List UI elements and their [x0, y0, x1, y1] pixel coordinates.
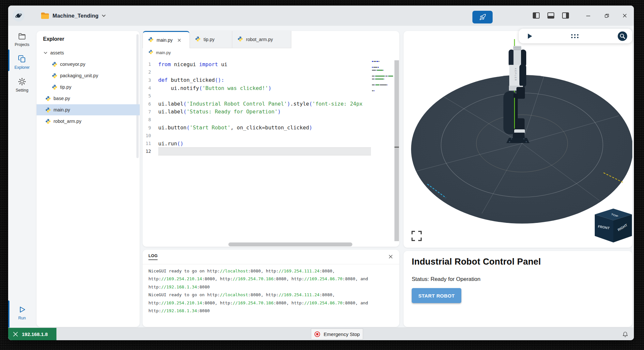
tab-label: tip.py — [204, 37, 214, 42]
code-line-6[interactable]: 6ui.label('Industrial Robot Control Pane… — [143, 100, 371, 108]
stop-circle-icon — [314, 331, 320, 337]
code-editor[interactable]: 1from nicegui import ui23def button_clic… — [143, 60, 371, 155]
log-output[interactable]: NiceGUI ready to go on http://localhost:… — [148, 267, 395, 315]
tree-file-main-selected[interactable]: main.py — [37, 104, 140, 115]
fullscreen-icon[interactable] — [412, 231, 421, 241]
sidebar-item-setting[interactable]: Setting — [8, 78, 36, 93]
tab-main-py[interactable]: main.py — [143, 31, 190, 48]
folder-icon — [41, 12, 49, 19]
tree-label: main.py — [54, 107, 70, 112]
horizontal-scrollbar-thumb[interactable] — [228, 242, 352, 246]
code-line-4[interactable]: 4 ui.notify('Button was clicked!') — [143, 84, 371, 92]
tree-label: packaging_unit.py — [60, 73, 98, 78]
rocket-icon — [479, 14, 486, 21]
log-tab-label[interactable]: LOG — [148, 254, 158, 260]
project-selector[interactable]: Machine_Tending — [41, 6, 106, 26]
line-number: 10 — [143, 133, 158, 138]
sidebar-item-explorer[interactable]: Explorer — [8, 55, 36, 70]
code-line-8[interactable]: 8 — [143, 116, 371, 124]
line-number: 8 — [143, 117, 158, 122]
robot-control-panel: Industrial Robot Control Panel Status: R… — [404, 251, 632, 327]
close-button[interactable] — [621, 11, 629, 20]
breadcrumb[interactable]: main.py — [148, 50, 171, 55]
python-file-icon — [238, 36, 243, 43]
sidebar-item-run[interactable]: Run — [8, 306, 36, 320]
deploy-run-button[interactable] — [472, 11, 493, 23]
toggle-right-panel-icon[interactable] — [562, 12, 569, 19]
log-line: http://192.168.1.34:8080 — [148, 307, 395, 315]
minimize-button[interactable] — [584, 11, 592, 20]
chevron-down-icon — [102, 14, 106, 17]
line-number: 12 — [143, 149, 158, 154]
python-file-icon — [52, 84, 57, 90]
tab-robot-arm-py[interactable]: robot_arm.py — [232, 31, 291, 48]
chevron-down-icon — [42, 51, 48, 54]
code-line-9[interactable]: 9ui.button('Start Robot', on_click=butto… — [143, 124, 371, 131]
editor-panel: main.py tip.py robot_arm.py main.py — [143, 31, 399, 247]
minimap[interactable] — [372, 61, 393, 96]
explorer-title: Explorer — [43, 36, 64, 42]
sidebar-label-run: Run — [8, 316, 36, 320]
line-number: 1 — [143, 62, 158, 67]
code-line-12[interactable]: 12 — [143, 147, 371, 155]
code-text — [158, 68, 371, 76]
python-file-icon — [52, 73, 57, 79]
code-line-2[interactable]: 2 — [143, 68, 371, 76]
tree-file-base[interactable]: base.py — [37, 93, 140, 104]
line-number: 2 — [143, 69, 158, 75]
app-logo-icon[interactable] — [13, 10, 24, 22]
start-robot-button[interactable]: START ROBOT — [412, 288, 461, 303]
python-file-icon — [148, 50, 153, 55]
project-name: Machine_Tending — [53, 13, 99, 19]
code-line-1[interactable]: 1from nicegui import ui — [143, 60, 371, 68]
play-icon[interactable] — [527, 33, 532, 39]
robot-3d-scene[interactable]: KEPLER — [404, 31, 632, 248]
tree-file-conveyor[interactable]: conveyor.py — [37, 59, 140, 70]
viewer-toolbar — [519, 29, 632, 43]
log-line: NiceGUI ready to go on http://localhost:… — [148, 291, 395, 299]
code-line-7[interactable]: 7ui.label('Status: Ready for Operation') — [143, 108, 371, 116]
log-close-button[interactable] — [387, 253, 394, 260]
tree-file-packaging-unit[interactable]: packaging_unit.py — [37, 70, 140, 81]
python-file-icon — [52, 62, 57, 67]
explorer-panel: Explorer assets conveyor.py packaging_un… — [37, 31, 140, 327]
vertical-scrollbar[interactable] — [394, 60, 399, 241]
code-line-10[interactable]: 10 — [143, 132, 371, 139]
dots-grid-icon[interactable] — [571, 34, 579, 39]
tree-file-robot-arm[interactable]: robot_arm.py — [37, 116, 140, 127]
tree-folder-assets[interactable]: assets — [37, 47, 140, 58]
tree-label: assets — [50, 50, 64, 55]
desktop-background: Machine_Tending — [0, 0, 644, 350]
line-number: 11 — [143, 141, 158, 146]
code-text: ui.label('Status: Ready for Operation') — [158, 108, 371, 116]
emergency-stop-button[interactable]: Emergency Stop — [311, 328, 363, 340]
toggle-left-panel-icon[interactable] — [533, 12, 540, 19]
code-line-11[interactable]: 11ui.run() — [143, 139, 371, 147]
search-icon[interactable] — [617, 31, 628, 41]
notifications-bell-icon[interactable] — [621, 330, 629, 339]
code-text — [158, 132, 371, 139]
toggle-bottom-panel-icon[interactable] — [547, 12, 554, 19]
viewer-3d-panel[interactable]: KEPLER — [404, 31, 632, 248]
view-cube[interactable]: TOP FRONT RIGHT — [595, 209, 632, 242]
robot-head-left — [509, 50, 514, 66]
sidebar-label-projects: Projects — [8, 42, 36, 47]
planet-icon — [15, 12, 23, 20]
restore-button[interactable] — [602, 11, 611, 20]
python-file-icon — [45, 107, 51, 113]
code-line-3[interactable]: 3def button_clicked(): — [143, 76, 371, 84]
window-controls — [584, 6, 629, 26]
connection-status[interactable]: 192.168.1.8 — [8, 328, 56, 340]
code-line-5[interactable]: 5 — [143, 92, 371, 100]
log-line: NiceGUI ready to go on http://localhost:… — [148, 267, 395, 275]
tree-file-tip[interactable]: tip.py — [37, 81, 140, 93]
line-number: 9 — [143, 125, 158, 130]
tab-close-icon[interactable] — [177, 38, 181, 42]
app-window: Machine_Tending — [8, 6, 634, 340]
sidebar-label-setting: Setting — [8, 88, 36, 93]
robot-upper-arm-side — [519, 64, 526, 87]
sidebar-item-projects[interactable]: Projects — [8, 33, 36, 47]
scroll-mark — [394, 147, 399, 148]
line-number: 4 — [143, 85, 158, 91]
tab-tip-py[interactable]: tip.py — [190, 31, 232, 48]
